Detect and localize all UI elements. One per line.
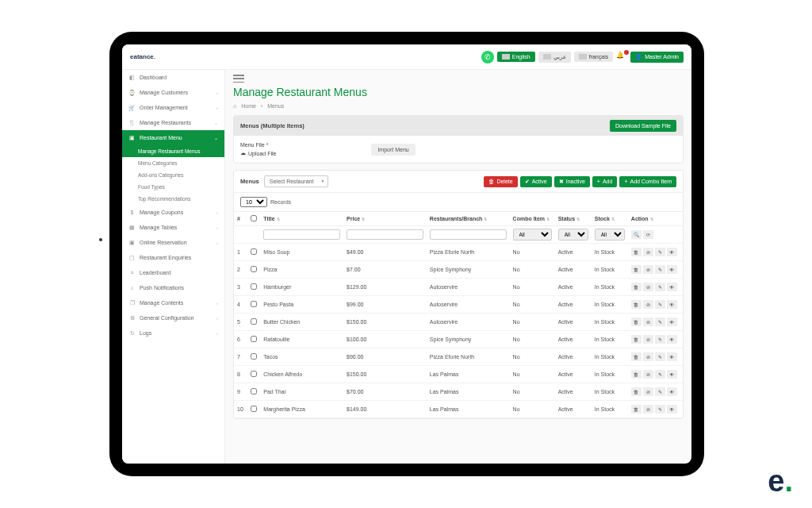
- row-action-icon[interactable]: 🗑: [631, 248, 642, 256]
- row-action-icon[interactable]: 🗑: [631, 265, 642, 274]
- download-sample-button[interactable]: Download Sample File: [610, 120, 676, 132]
- row-checkbox[interactable]: [251, 353, 257, 360]
- filter-price[interactable]: [347, 229, 423, 240]
- row-action-icon[interactable]: 🗑: [631, 335, 642, 344]
- row-action-icon[interactable]: 🗑: [631, 387, 642, 396]
- filter-stock[interactable]: All: [595, 229, 625, 241]
- column-header[interactable]: Status⇅: [555, 212, 592, 226]
- column-header[interactable]: Stock⇅: [592, 212, 628, 226]
- row-action-icon[interactable]: 👁: [667, 300, 677, 309]
- row-action-icon[interactable]: ✎: [655, 387, 665, 396]
- row-action-icon[interactable]: ✎: [655, 318, 665, 326]
- row-action-icon[interactable]: ⊘: [643, 335, 653, 344]
- active-button[interactable]: ✔Active: [520, 176, 552, 187]
- breadcrumb-home[interactable]: Home: [241, 103, 256, 109]
- row-action-icon[interactable]: ⊘: [643, 370, 653, 379]
- sidebar-item[interactable]: Add-ons Categories: [122, 169, 224, 181]
- row-action-icon[interactable]: 👁: [667, 318, 677, 326]
- sidebar-item[interactable]: ⌚Manage Customers‹: [122, 85, 224, 100]
- sidebar-item[interactable]: Manage Restaurant Menus: [122, 145, 224, 157]
- row-action-icon[interactable]: ✎: [655, 248, 665, 256]
- hamburger-icon[interactable]: [233, 75, 244, 83]
- filter-combo[interactable]: All: [513, 229, 552, 241]
- row-checkbox[interactable]: [251, 266, 257, 272]
- refresh-icon[interactable]: ⟳: [643, 230, 653, 239]
- lang-français[interactable]: français: [574, 52, 614, 62]
- row-checkbox[interactable]: [251, 371, 257, 377]
- row-action-icon[interactable]: 👁: [667, 335, 677, 344]
- lang-english[interactable]: English: [497, 52, 535, 62]
- row-action-icon[interactable]: 🗑: [631, 283, 642, 291]
- row-action-icon[interactable]: 👁: [667, 283, 677, 291]
- row-action-icon[interactable]: 👁: [667, 265, 677, 274]
- lang-عربي[interactable]: عربي: [538, 52, 571, 63]
- filter-title[interactable]: [263, 229, 340, 240]
- row-action-icon[interactable]: ⊘: [643, 405, 653, 414]
- column-header[interactable]: Combo Item⇅: [510, 212, 555, 226]
- row-action-icon[interactable]: 👁: [667, 352, 677, 361]
- sidebar-item[interactable]: ❐Manage Contents‹: [122, 295, 224, 310]
- add-combo-item-button[interactable]: +Add Combo Item: [619, 176, 676, 187]
- sidebar-item[interactable]: 🍴Manage Restaurants⌄: [122, 115, 224, 130]
- column-header[interactable]: Price⇅: [343, 212, 427, 226]
- row-checkbox[interactable]: [251, 336, 257, 342]
- upload-file-button[interactable]: ☁Upload File: [240, 150, 276, 156]
- row-action-icon[interactable]: 🗑: [631, 370, 642, 379]
- page-size-select[interactable]: 10: [240, 197, 267, 207]
- bell-icon[interactable]: 🔔: [616, 52, 627, 63]
- column-header[interactable]: [247, 212, 261, 226]
- row-action-icon[interactable]: ⊘: [643, 300, 653, 309]
- select-restaurant-dropdown[interactable]: Select Restaurant: [264, 175, 329, 187]
- column-header[interactable]: Action⇅: [628, 212, 683, 226]
- search-icon[interactable]: 🔍: [631, 230, 642, 239]
- row-action-icon[interactable]: ⊘: [643, 318, 653, 326]
- sidebar-item[interactable]: Menu Categories: [122, 157, 224, 169]
- whatsapp-icon[interactable]: ✆: [481, 51, 494, 64]
- user-badge[interactable]: 👤Master Admin: [630, 52, 684, 63]
- row-checkbox[interactable]: [251, 318, 257, 325]
- row-action-icon[interactable]: ✎: [655, 300, 665, 309]
- row-action-icon[interactable]: 👁: [667, 370, 677, 379]
- sidebar-item[interactable]: ↻Logs‹: [122, 325, 224, 341]
- row-action-icon[interactable]: 🗑: [631, 318, 642, 326]
- row-action-icon[interactable]: 👁: [667, 387, 677, 396]
- sidebar-item[interactable]: ◧Dashboard: [122, 70, 224, 85]
- row-action-icon[interactable]: ✎: [655, 283, 665, 291]
- row-action-icon[interactable]: 🗑: [631, 300, 642, 309]
- row-action-icon[interactable]: ⊘: [643, 265, 653, 274]
- row-action-icon[interactable]: 👁: [667, 248, 677, 256]
- sidebar-item[interactable]: ▣Online Reservation‹: [122, 235, 224, 250]
- select-all-checkbox[interactable]: [251, 215, 257, 221]
- sidebar-item[interactable]: ▣Restaurant Menu⌄: [122, 130, 224, 145]
- row-checkbox[interactable]: [251, 406, 257, 412]
- row-action-icon[interactable]: 🗑: [631, 352, 642, 361]
- row-checkbox[interactable]: [251, 248, 257, 255]
- row-action-icon[interactable]: ✎: [655, 405, 665, 414]
- row-checkbox[interactable]: [251, 283, 257, 290]
- row-action-icon[interactable]: ⊘: [643, 352, 653, 361]
- row-action-icon[interactable]: ⊘: [643, 283, 653, 291]
- column-header[interactable]: #: [234, 212, 247, 226]
- add-button[interactable]: +Add: [592, 176, 618, 187]
- row-action-icon[interactable]: ✎: [655, 265, 665, 274]
- delete-button[interactable]: 🗑Delete: [484, 176, 517, 187]
- import-menu-button[interactable]: Import Menu: [371, 144, 415, 156]
- column-header[interactable]: Title⇅: [260, 212, 343, 226]
- sidebar-item[interactable]: Top Recommendations: [122, 193, 224, 205]
- sidebar-item[interactable]: ≡Leaderboard: [122, 265, 224, 280]
- inactive-button[interactable]: ✖Inactive: [554, 176, 590, 187]
- row-checkbox[interactable]: [251, 388, 257, 394]
- home-icon[interactable]: ⌂: [233, 103, 236, 109]
- row-action-icon[interactable]: ⊘: [643, 248, 653, 256]
- row-action-icon[interactable]: ✎: [655, 370, 665, 379]
- sidebar-item[interactable]: 🛒Order Management‹: [122, 100, 224, 115]
- filter-restaurant[interactable]: [430, 229, 507, 240]
- sidebar-item[interactable]: ⚙General Configuration‹: [122, 310, 224, 325]
- row-action-icon[interactable]: ⊘: [643, 387, 653, 396]
- row-action-icon[interactable]: ✎: [655, 335, 665, 344]
- sidebar-item[interactable]: ▦Manage Tables‹: [122, 220, 224, 235]
- row-action-icon[interactable]: 👁: [667, 405, 677, 414]
- column-header[interactable]: Restaurants/Branch⇅: [427, 212, 510, 226]
- sidebar-item[interactable]: ▢Restaurant Enquiries: [122, 250, 224, 265]
- row-checkbox[interactable]: [251, 301, 257, 307]
